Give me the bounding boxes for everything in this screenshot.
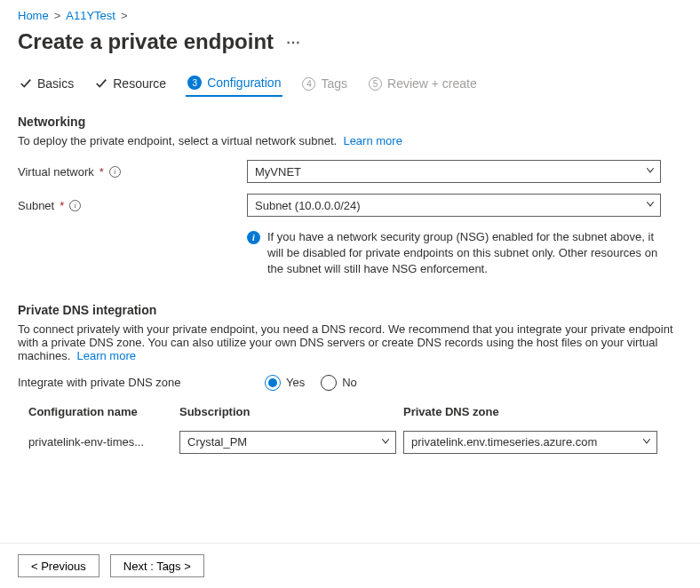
step-number-icon: 5 xyxy=(369,77,382,91)
col-subscription: Subscription xyxy=(179,405,403,418)
subnet-select[interactable]: Subnet (10.0.0.0/24) xyxy=(247,194,661,217)
integrate-radio-group: Yes No xyxy=(265,375,357,391)
networking-desc-text: To deploy the private endpoint, select a… xyxy=(18,134,337,147)
wizard-footer: < Previous Next : Tags > xyxy=(0,543,700,588)
dns-config-table: Configuration name Subscription Private … xyxy=(28,405,682,459)
vnet-label: Virtual network * i xyxy=(18,165,247,179)
dns-title: Private DNS integration xyxy=(18,303,682,317)
networking-desc: To deploy the private endpoint, select a… xyxy=(18,134,682,147)
breadcrumb: Home > A11YTest > xyxy=(18,9,682,28)
radio-no[interactable]: No xyxy=(321,375,357,391)
col-dns-zone: Private DNS zone xyxy=(403,405,682,418)
dns-zone-value: privatelink.env.timeseries.azure.com xyxy=(403,431,657,454)
dns-config-name: privatelink-env-times... xyxy=(28,435,179,449)
chevron-right-icon: > xyxy=(121,9,128,22)
tab-label: Tags xyxy=(321,76,347,91)
dns-zone-select[interactable]: privatelink.env.timeseries.azure.com xyxy=(403,431,657,454)
tab-label: Configuration xyxy=(207,75,281,90)
radio-no-label: No xyxy=(342,376,357,389)
previous-button[interactable]: < Previous xyxy=(18,554,99,577)
dns-desc: To connect privately with your private e… xyxy=(18,322,682,362)
col-config-name: Configuration name xyxy=(28,405,179,418)
radio-yes-label: Yes xyxy=(286,376,305,389)
radio-circle-icon xyxy=(265,375,281,391)
breadcrumb-home[interactable]: Home xyxy=(18,9,49,22)
tab-review-create: 5 Review + create xyxy=(367,73,479,96)
step-number-icon: 4 xyxy=(302,77,315,91)
dns-table-header: Configuration name Subscription Private … xyxy=(28,405,682,425)
networking-learn-more-link[interactable]: Learn more xyxy=(343,134,402,147)
tab-label: Basics xyxy=(37,76,74,91)
more-actions-icon[interactable]: ⋯ xyxy=(286,34,301,51)
integrate-label: Integrate with private DNS zone xyxy=(18,376,265,389)
dns-subscription-select[interactable]: Crystal_PM xyxy=(179,431,396,454)
dns-learn-more-link[interactable]: Learn more xyxy=(76,349,135,362)
tab-basics[interactable]: Basics xyxy=(18,73,76,96)
radio-yes[interactable]: Yes xyxy=(265,375,305,391)
info-icon[interactable]: i xyxy=(69,200,81,211)
vnet-select[interactable]: MyVNET xyxy=(247,160,661,183)
networking-title: Networking xyxy=(18,115,682,129)
tab-label: Resource xyxy=(113,76,166,91)
vnet-select-value: MyVNET xyxy=(247,160,661,183)
page-title: Create a private endpoint ⋯ xyxy=(18,29,682,54)
dns-table-row: privatelink-env-times... Crystal_PM priv… xyxy=(28,425,682,459)
next-button[interactable]: Next : Tags > xyxy=(110,554,204,577)
info-icon[interactable]: i xyxy=(109,166,121,178)
subnet-label: Subnet * i xyxy=(18,199,247,212)
wizard-tabs: Basics Resource 3 Configuration 4 Tags 5… xyxy=(18,72,682,97)
tab-tags: 4 Tags xyxy=(300,73,349,96)
vnet-label-text: Virtual network xyxy=(18,165,94,179)
breadcrumb-a11ytest[interactable]: A11YTest xyxy=(66,9,115,22)
tab-configuration[interactable]: 3 Configuration xyxy=(186,72,282,97)
check-icon xyxy=(20,77,32,90)
nsg-note: If you have a network security group (NS… xyxy=(267,229,661,278)
subnet-select-value: Subnet (10.0.0.0/24) xyxy=(247,194,661,217)
page-title-text: Create a private endpoint xyxy=(18,29,274,54)
tab-label: Review + create xyxy=(387,76,477,91)
radio-circle-icon xyxy=(321,375,337,391)
required-indicator: * xyxy=(60,199,64,212)
info-icon: i xyxy=(247,231,260,244)
check-icon xyxy=(95,77,107,90)
step-number-icon: 3 xyxy=(187,75,202,90)
tab-resource[interactable]: Resource xyxy=(93,73,168,96)
dns-subscription-value: Crystal_PM xyxy=(179,431,396,454)
chevron-right-icon: > xyxy=(54,9,61,22)
subnet-label-text: Subnet xyxy=(18,199,54,212)
required-indicator: * xyxy=(99,165,104,179)
